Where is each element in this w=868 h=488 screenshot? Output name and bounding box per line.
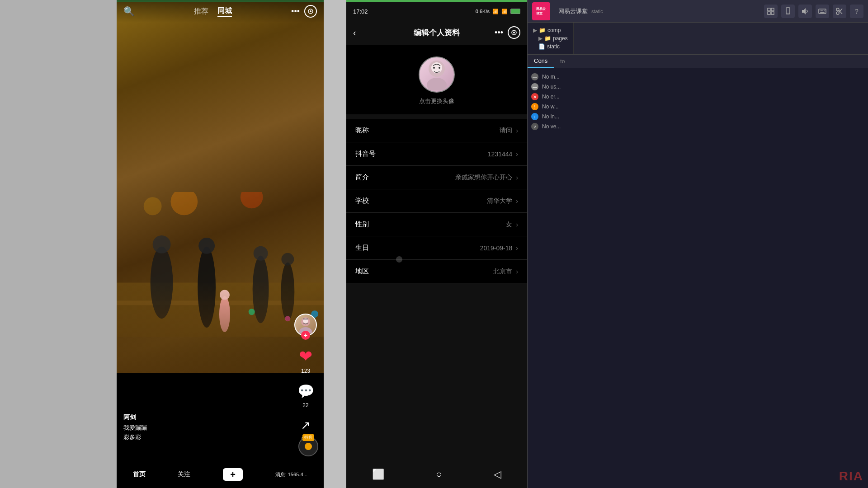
- value-area-nickname: 请问 ›: [500, 127, 518, 135]
- inspector-toggle-btn[interactable]: [764, 5, 778, 18]
- comment-icon[interactable]: 💬: [296, 381, 316, 401]
- left-background: [0, 0, 117, 488]
- form-row-birthday[interactable]: 生日 2019-09-18 ›: [346, 236, 527, 260]
- entry-no-warn: ! No w...: [531, 102, 864, 112]
- scissors-btn[interactable]: [833, 5, 846, 18]
- tree-file-icon-static: 📄: [538, 43, 545, 50]
- value-birthday: 2019-09-18: [480, 244, 513, 252]
- file-tree-area: ▶ 📁 comp ▶ 📁 pages 📄 static: [528, 23, 574, 54]
- form-row-region[interactable]: 地区 北京市 ›: [346, 260, 527, 283]
- brand-name: 网易云课堂: [558, 7, 588, 15]
- entry-no-error: ✕ No er...: [531, 92, 864, 102]
- entry-text-err: No er...: [542, 94, 560, 100]
- value-area-school: 清华大学 ›: [487, 197, 518, 205]
- phone-right-wrapper: 17:02 0.6K/s 📶 📶 ‹ 编辑个人资料 •••: [346, 0, 527, 488]
- value-gender: 女: [506, 221, 512, 229]
- watermark: RIA: [839, 469, 863, 483]
- svg-rect-37: [771, 12, 774, 14]
- phone-left-wrapper: 🔍 推荐 同城 ••• 阿剑 我爱蹦蹦 彩多彩: [117, 0, 324, 488]
- devtools-top-bar: 网易云课堂 网易云课堂 static ?: [528, 0, 868, 23]
- folder-icon-pages: 📁: [544, 35, 551, 42]
- value-school: 清华大学: [487, 197, 512, 205]
- value-douyinid: 1231444: [488, 150, 513, 158]
- chevron-gender: ›: [516, 221, 518, 228]
- question-mark-icon: ?: [855, 8, 859, 15]
- share-icon[interactable]: ↗: [296, 415, 316, 435]
- device-toggle-btn[interactable]: [781, 5, 795, 18]
- search-icon[interactable]: 🔍: [123, 6, 135, 17]
- svg-rect-34: [768, 8, 770, 11]
- label-nickname: 昵称: [355, 126, 387, 135]
- tab-to[interactable]: to: [554, 56, 571, 67]
- nav-square-icon[interactable]: ⬜: [372, 469, 384, 480]
- nav-follow[interactable]: 关注: [178, 470, 190, 479]
- phone-right: 17:02 0.6K/s 📶 📶 ‹ 编辑个人资料 •••: [346, 0, 527, 488]
- value-area-gender: 女 ›: [506, 221, 518, 229]
- tree-item-comp[interactable]: ▶ 📁 comp: [533, 26, 568, 34]
- volume-btn[interactable]: [798, 5, 812, 18]
- tab-tuijian[interactable]: 推荐: [194, 7, 208, 16]
- form-row-school[interactable]: 学校 清华大学 ›: [346, 189, 527, 213]
- tree-item-static[interactable]: 📄 static: [538, 42, 568, 51]
- avatar-change-label[interactable]: 点击更换头像: [419, 97, 454, 105]
- nav-home[interactable]: 首页: [133, 470, 146, 479]
- nav-create-button[interactable]: +: [223, 468, 243, 481]
- chevron-douyinid: ›: [516, 150, 518, 158]
- svg-point-28: [427, 78, 447, 90]
- form-row-nickname[interactable]: 昵称 请问 ›: [346, 119, 527, 142]
- value-area-birthday: 2019-09-18 ›: [480, 244, 518, 252]
- tab-console[interactable]: Cons: [528, 55, 554, 68]
- nav-messages[interactable]: 消息: 1565-4...: [275, 471, 308, 478]
- back-button[interactable]: ‹: [353, 28, 356, 38]
- page-title: 编辑个人资料: [414, 28, 460, 38]
- value-nickname: 请问: [500, 127, 512, 135]
- keyboard-btn[interactable]: [816, 5, 829, 18]
- avatar-section: 点击更换头像: [346, 45, 527, 114]
- nav-home-icon[interactable]: ○: [436, 469, 442, 480]
- value-region: 北京市: [493, 267, 512, 276]
- value-area-region: 北京市 ›: [493, 267, 518, 276]
- follow-plus-badge[interactable]: +: [301, 331, 310, 340]
- live-icon[interactable]: [304, 5, 317, 18]
- chevron-birthday: ›: [516, 244, 518, 252]
- like-action: ❤ 123: [296, 347, 316, 374]
- entry-icon-err: ✕: [531, 93, 538, 100]
- svg-point-19: [310, 10, 311, 12]
- bottom-navigation: 首页 关注 + 消息: 1565-4...: [117, 461, 324, 488]
- battery-icon: [510, 9, 520, 14]
- form-row-douyinid[interactable]: 抖音号 1231444 ›: [346, 142, 527, 166]
- console-container: Cons to — No m... — No us... ✕ No er... …: [528, 55, 868, 488]
- more-options-icon[interactable]: •••: [291, 7, 300, 16]
- label-school: 学校: [355, 197, 387, 205]
- value-area-douyinid: 1231444 ›: [488, 150, 518, 158]
- heart-icon[interactable]: ❤: [296, 347, 316, 366]
- entry-text-nm: No m...: [542, 74, 560, 80]
- right-phone-bottom-nav: ⬜ ○ ◁: [346, 461, 527, 488]
- nav-back-icon[interactable]: ◁: [494, 469, 501, 480]
- camera-icon[interactable]: [508, 26, 520, 39]
- nav-messages-label: 消息: 1565-4...: [275, 471, 308, 478]
- chevron-school: ›: [516, 197, 518, 205]
- value-area-bio: 亲戚家想你开心开心 ›: [455, 174, 518, 182]
- svg-rect-31: [534, 5, 548, 18]
- entry-text-verb: No ve...: [542, 123, 561, 130]
- music-disc-container: 抖音: [298, 436, 318, 456]
- help-btn[interactable]: ?: [850, 5, 863, 18]
- profile-form: 昵称 请问 › 抖音号 1231444 › 简介 亲戚家想你开心开心 ›: [346, 119, 527, 283]
- svg-point-3: [153, 235, 171, 253]
- svg-point-17: [144, 197, 162, 215]
- feed-tabs: 推荐 同城: [194, 6, 232, 17]
- tab-tongcheng[interactable]: 同城: [217, 6, 232, 17]
- form-row-bio[interactable]: 简介 亲戚家想你开心开心 ›: [346, 166, 527, 189]
- entry-icon-warn: !: [531, 103, 538, 110]
- tree-label-comp: comp: [547, 27, 561, 33]
- folder-icon-comp: 📁: [539, 27, 546, 33]
- top-nav-bar: 🔍 推荐 同城 •••: [117, 0, 324, 23]
- svg-rect-41: [819, 9, 826, 14]
- profile-avatar[interactable]: [419, 56, 455, 93]
- tree-item-pages[interactable]: ▶ 📁 pages: [538, 34, 568, 42]
- svg-point-9: [281, 253, 294, 266]
- profile-edit-header: ‹ 编辑个人资料 •••: [346, 20, 527, 45]
- more-icon[interactable]: •••: [495, 28, 503, 38]
- form-row-gender[interactable]: 性别 女 ›: [346, 213, 527, 236]
